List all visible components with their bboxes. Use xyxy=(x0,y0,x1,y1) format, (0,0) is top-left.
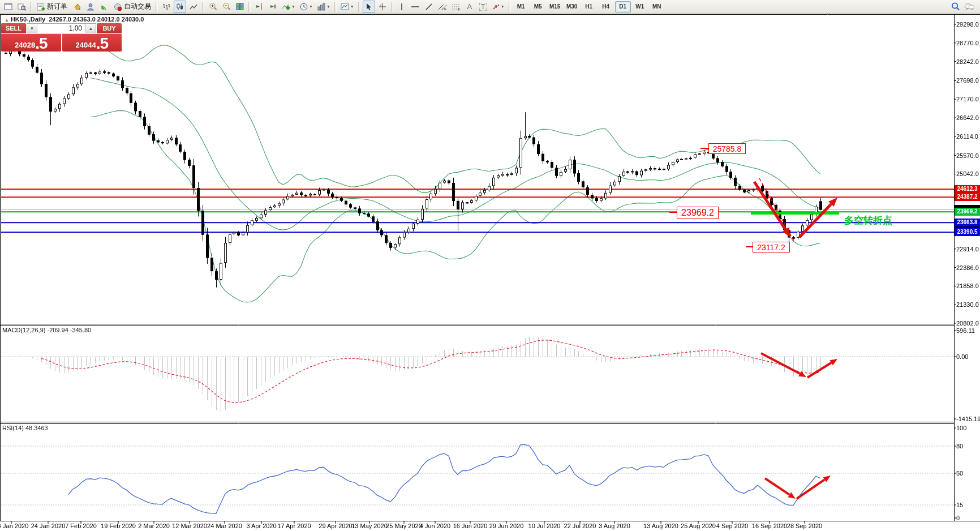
price-axis-label: 22914.0 xyxy=(956,246,980,252)
mt4-window: 新订单 自动交易 ▼ xyxy=(0,0,980,531)
templates-button[interactable]: ▼ xyxy=(316,1,332,13)
sell-price-box[interactable]: 24028.5 xyxy=(1,34,61,52)
date-label: 3 Aug 2020 xyxy=(592,523,637,529)
volume-increase-button[interactable]: ▲ xyxy=(85,24,96,33)
auto-scroll-icon[interactable] xyxy=(267,1,279,13)
toolbar-separator xyxy=(509,2,511,12)
timeframe-button-d1[interactable]: D1 xyxy=(615,1,631,12)
toolbar-separator xyxy=(30,2,32,12)
text-tool[interactable]: A xyxy=(463,1,476,13)
chart-ohlc-values: 24267.0 24363.0 24012.0 24030.0 xyxy=(49,16,144,23)
price-axis-label: 21858.0 xyxy=(956,282,980,289)
arrows-tool[interactable]: ▼ xyxy=(491,1,506,13)
sell-button[interactable]: SELL xyxy=(1,23,26,33)
rsi-label: RSI(14) 48.3463 xyxy=(2,425,48,431)
chat-icon[interactable] xyxy=(963,1,975,13)
macd-scale-label: -1415.19 xyxy=(956,416,980,422)
macd-scale-label: 0.00 xyxy=(956,353,980,360)
periods-button[interactable]: ▼ xyxy=(298,1,315,13)
chart-shift-icon[interactable] xyxy=(253,1,265,13)
toolbar-separator xyxy=(202,2,204,12)
toolbar-separator xyxy=(156,2,158,12)
tile-windows-icon[interactable] xyxy=(234,1,246,13)
profile-person-icon[interactable] xyxy=(84,1,97,13)
price-axis-label: 29298.0 xyxy=(956,21,980,28)
chart-window-icon[interactable] xyxy=(2,1,14,13)
timeframe-button-m1[interactable]: M1 xyxy=(513,1,529,12)
volume-decrease-button[interactable]: ▼ xyxy=(27,24,37,33)
search-icon[interactable] xyxy=(949,1,962,13)
timeframe-button-m15[interactable]: M15 xyxy=(547,1,563,12)
timeframe-button-h1[interactable]: H1 xyxy=(581,1,597,12)
svg-text:E: E xyxy=(444,7,446,11)
timeframe-bar: M1M5M15M30H1H4D1W1MN xyxy=(513,1,665,12)
auto-trading-button[interactable]: 自动交易 xyxy=(111,1,153,13)
annotation-aug-high[interactable]: 25785.8 xyxy=(708,143,746,154)
line-chart-icon[interactable] xyxy=(187,1,200,13)
toolbar-separator xyxy=(248,2,251,12)
chart-canvas[interactable] xyxy=(0,0,980,531)
chevron-down-icon: ▼ xyxy=(291,5,295,8)
annotation-connector xyxy=(700,148,708,149)
annotation-key-level[interactable]: 23969.2 xyxy=(677,207,719,219)
chevron-down-icon: ▼ xyxy=(309,5,313,8)
candlestick-chart-icon[interactable] xyxy=(174,1,186,13)
price-axis-label: 20802.0 xyxy=(956,320,980,327)
rsi-scale-label: 80 xyxy=(956,443,980,449)
chart-title-marker-icon: ▲ xyxy=(5,18,9,23)
timeframe-button-h4[interactable]: H4 xyxy=(598,1,614,12)
price-badge: 23663.8 xyxy=(955,219,980,226)
text-label-tool[interactable]: T xyxy=(477,1,489,13)
price-badge: 24612.3 xyxy=(955,185,980,193)
equidistant-channel-tool[interactable]: E xyxy=(436,1,449,13)
timeframe-button-m30[interactable]: M30 xyxy=(564,1,580,12)
chevron-down-icon: ▼ xyxy=(326,5,330,8)
zoom-in-icon[interactable] xyxy=(207,1,219,13)
buy-price-box[interactable]: 24044.5 xyxy=(62,34,122,52)
volume-input[interactable]: 1.00 xyxy=(37,24,85,33)
price-axis-label: 25570.0 xyxy=(956,152,980,159)
signal-icon[interactable] xyxy=(98,1,110,13)
indicators-button[interactable]: ▼ xyxy=(280,1,297,13)
chart-preview-icon[interactable] xyxy=(15,1,28,13)
annotation-text-turning-point[interactable]: 多空转折点 xyxy=(844,214,892,227)
one-click-trading-panel: SELL ▼ 1.00 ▲ BUY 24028.5 24044.5 xyxy=(1,23,122,52)
chart-styles-bucket-icon[interactable] xyxy=(71,1,83,13)
price-axis-label: 27170.0 xyxy=(956,96,980,102)
buy-price-big: .5 xyxy=(96,36,108,51)
price-axis-label: 25042.0 xyxy=(956,170,980,177)
price-axis-label: 28242.0 xyxy=(956,58,980,65)
new-order-button[interactable]: 新订单 xyxy=(35,1,70,13)
toolbar-separator xyxy=(334,2,337,12)
timeframe-button-m5[interactable]: M5 xyxy=(530,1,546,12)
fibonacci-tool[interactable]: F xyxy=(450,1,462,13)
rsi-scale-label: 50 xyxy=(956,470,980,477)
cursor-tool[interactable] xyxy=(363,1,375,13)
price-badge: 23969.2 xyxy=(955,208,980,216)
buy-button[interactable]: BUY xyxy=(97,23,122,33)
price-axis-label: 27698.0 xyxy=(956,77,980,84)
toolbar-separator xyxy=(358,2,360,12)
zoom-out-icon[interactable] xyxy=(220,1,233,13)
annotation-connector xyxy=(669,212,677,213)
buy-price-base: 24044 xyxy=(75,40,96,51)
timeframe-button-mn[interactable]: MN xyxy=(649,1,665,12)
rsi-scale-label: 100 xyxy=(956,425,980,431)
profiles-button[interactable]: ▼ xyxy=(339,1,356,13)
timeframe-button-w1[interactable]: W1 xyxy=(632,1,648,12)
trendline-tool[interactable] xyxy=(423,1,435,13)
svg-text:F: F xyxy=(458,7,460,11)
chevron-down-icon: ▼ xyxy=(350,5,354,8)
price-badge: 24387.2 xyxy=(955,193,980,201)
new-order-label: 新订单 xyxy=(47,2,67,11)
horizontal-line-tool[interactable] xyxy=(409,1,422,13)
bar-chart-icon[interactable] xyxy=(160,1,173,13)
toolbar: 新订单 自动交易 ▼ xyxy=(0,0,980,14)
price-axis-label: 26114.0 xyxy=(956,133,980,140)
date-label: 28 Sep 2020 xyxy=(782,523,827,529)
crosshair-tool[interactable] xyxy=(376,1,389,13)
vertical-line-tool[interactable] xyxy=(396,1,408,13)
toolbar-separator xyxy=(391,2,393,12)
price-axis-label: 22386.0 xyxy=(956,264,980,271)
annotation-sep-low[interactable]: 23117.2 xyxy=(753,242,790,252)
